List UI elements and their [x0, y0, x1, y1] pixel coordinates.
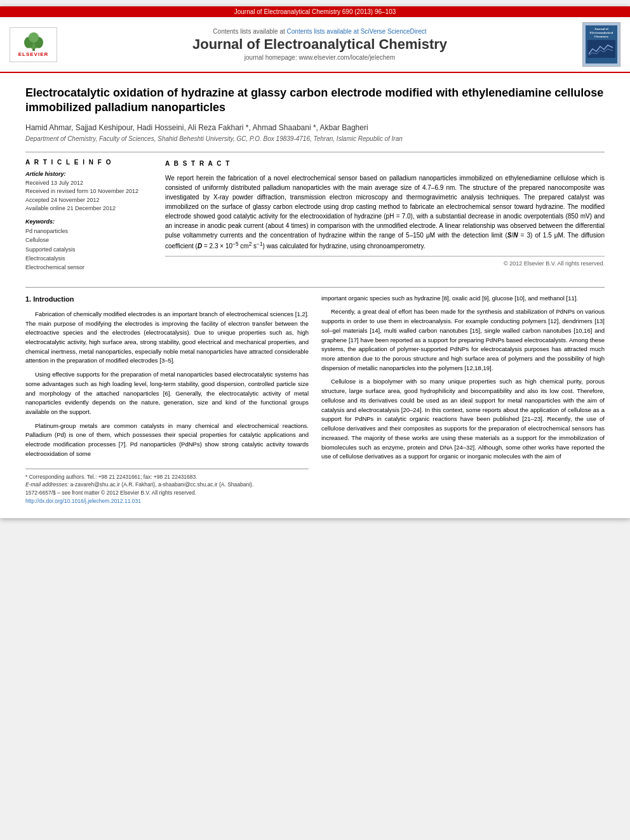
abstract-column: A B S T R A C T We report herein the fab…	[165, 159, 605, 277]
article-info-column: A R T I C L E I N F O Article history: R…	[25, 159, 152, 277]
abstract-text: We report herein the fabrication of a no…	[165, 173, 605, 251]
journal-center-info: Contents lists available at Contents lis…	[57, 28, 582, 61]
footnote-corresponding: * Corresponding authors. Tel.: +98 21 22…	[25, 473, 309, 481]
elsevier-logo: ELSEVIER	[10, 27, 57, 62]
journal-homepage: journal homepage: www.elsevier.com/locat…	[57, 54, 582, 61]
received-date: Received 13 July 2012	[25, 179, 152, 188]
affiliation-text: Department of Chemistry, Faculty of Scie…	[25, 135, 605, 142]
footnote-email-label: E-mail addresses:	[25, 481, 69, 488]
footnote-email: E-mail addresses: a-zavareh@shu.ac.ir (A…	[25, 481, 309, 489]
section1-heading: 1. Introduction	[25, 294, 309, 305]
article-content: Electrocatalytic oxidation of hydrazine …	[0, 73, 630, 518]
journal-title: Journal of Electroanalytical Chemistry	[57, 36, 582, 53]
keyword-5: Electrochemical sensor	[25, 263, 152, 272]
article-info-heading: A R T I C L E I N F O	[25, 159, 152, 166]
keyword-2: Cellulose	[25, 236, 152, 244]
elsevier-tree-icon	[21, 32, 46, 51]
journal-citation-bar: Journal of Electroanalytical Chemistry 6…	[0, 6, 630, 17]
intro-para-2: Using effective supports for the prepara…	[25, 370, 309, 417]
accepted-date: Accepted 24 November 2012	[25, 196, 152, 205]
keyword-4: Electrocatalysis	[25, 254, 152, 263]
article-history-group: Article history: Received 13 July 2012 R…	[25, 171, 152, 213]
journal-citation-text: Journal of Electroanalytical Chemistry 6…	[234, 8, 396, 15]
intro-para-1: Fabrication of chemically modified elect…	[25, 310, 309, 366]
svg-rect-5	[587, 40, 615, 58]
journal-cover-image: Journal ofElectroanalyticalChemistry	[582, 22, 620, 67]
footnote-doi: http://dx.doi.org/10.1016/j.jelechem.201…	[25, 497, 309, 505]
article-title: Electrocatalytic oxidation of hydrazine …	[25, 86, 605, 116]
available-online-date: Available online 21 December 2012	[25, 204, 152, 213]
doi-link[interactable]: http://dx.doi.org/10.1016/j.jelechem.201…	[25, 498, 141, 504]
right-para-3: Cellulose is a biopolymer with so many u…	[321, 377, 605, 461]
footnote-area: * Corresponding authors. Tel.: +98 21 22…	[25, 469, 309, 505]
sciverse-line: Contents lists available at Contents lis…	[57, 28, 582, 35]
svg-point-4	[29, 32, 39, 43]
keywords-list: Pd nanoparticles Cellulose Supported cat…	[25, 227, 152, 272]
keyword-1: Pd nanoparticles	[25, 227, 152, 236]
article-history-label: Article history:	[25, 171, 152, 177]
footnote-issn: 1572-6657/$ – see front matter © 2012 El…	[25, 489, 309, 497]
page: Journal of Electroanalytical Chemistry 6…	[0, 6, 630, 518]
journal-header: ELSEVIER Contents lists available at Con…	[0, 17, 630, 73]
body-left-column: 1. Introduction Fabrication of chemicall…	[25, 294, 309, 505]
body-right-column: important organic species such as hydraz…	[321, 294, 605, 505]
keywords-group: Keywords: Pd nanoparticles Cellulose Sup…	[25, 218, 152, 272]
sciverse-link[interactable]: Contents lists available at SciVerse Sci…	[287, 28, 427, 35]
article-info-abstract-section: A R T I C L E I N F O Article history: R…	[25, 152, 605, 277]
intro-para-3: Platinum-group metals are common catalys…	[25, 422, 309, 459]
authors-line: Hamid Ahmar, Sajjad Keshipour, Hadi Hoss…	[25, 123, 605, 132]
authors-text: Hamid Ahmar, Sajjad Keshipour, Hadi Hoss…	[25, 123, 368, 132]
elsevier-name-text: ELSEVIER	[18, 51, 49, 57]
right-para-2: Recently, a great deal of effort has bee…	[321, 307, 605, 373]
copyright-line: © 2012 Elsevier B.V. All rights reserved…	[165, 256, 605, 269]
keyword-3: Supported catalysis	[25, 245, 152, 254]
keywords-label: Keywords:	[25, 218, 152, 225]
right-para-1: important organic species such as hydraz…	[321, 294, 605, 303]
body-text-section: 1. Introduction Fabrication of chemicall…	[25, 287, 605, 505]
abstract-heading: A B S T R A C T	[165, 159, 605, 168]
received-revised-date: Received in revised form 10 November 201…	[25, 187, 152, 196]
